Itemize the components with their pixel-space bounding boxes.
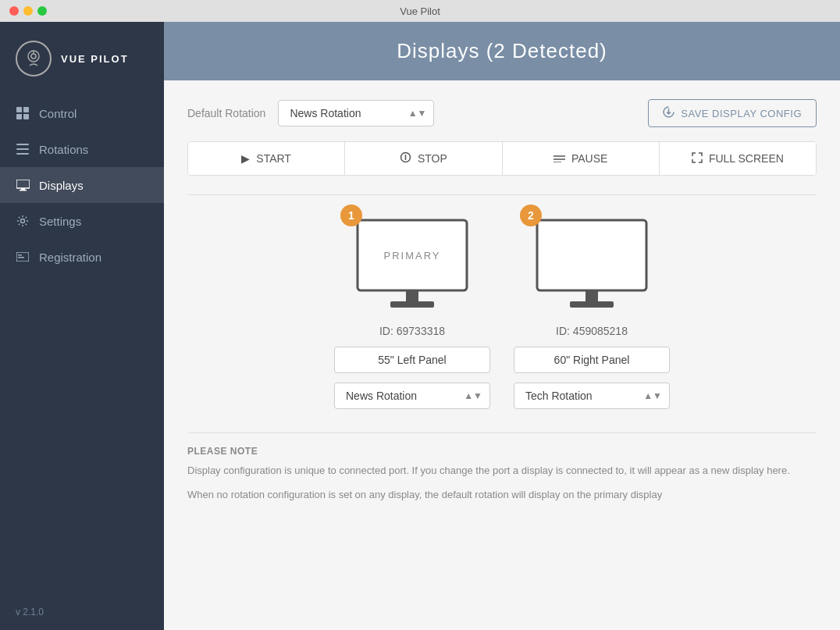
action-buttons: ▶ START STOP xyxy=(187,141,817,176)
start-button[interactable]: ▶ START xyxy=(188,142,345,175)
display-id-1: ID: 69733318 xyxy=(379,325,445,337)
display-rotation-select-wrapper-1: News Rotation Tech Rotation Sports Rotat… xyxy=(334,383,490,409)
start-icon: ▶ xyxy=(241,152,250,165)
main-content: Displays (2 Detected) Default Rotation N… xyxy=(164,22,840,630)
display-card-2: 2 ID: 459085218 News Rotation Tech Rotat… xyxy=(514,214,670,409)
svg-rect-7 xyxy=(16,144,29,145)
fullscreen-button[interactable]: FULL SCREEN xyxy=(660,142,816,175)
svg-point-1 xyxy=(31,54,36,59)
svg-rect-3 xyxy=(16,107,22,112)
display-name-input-2[interactable] xyxy=(514,347,670,373)
stop-label: STOP xyxy=(418,152,447,165)
display-card-1: 1 PRIMARY ID: 69733318 xyxy=(334,214,490,409)
monitor-svg-1: PRIMARY xyxy=(350,214,475,315)
svg-rect-5 xyxy=(16,114,22,119)
svg-rect-9 xyxy=(16,153,29,155)
sidebar-item-registration[interactable]: Registration xyxy=(0,239,164,275)
display-id-2: ID: 459085218 xyxy=(556,325,628,337)
fullscreen-label: FULL SCREEN xyxy=(709,152,784,165)
sidebar-item-label: Control xyxy=(39,107,77,120)
default-rotation-select[interactable]: News Rotation Tech Rotation Sports Rotat… xyxy=(278,100,434,126)
sidebar-item-displays[interactable]: Displays xyxy=(0,167,164,203)
display-badge-1: 1 xyxy=(340,205,362,226)
svg-rect-12 xyxy=(20,190,27,191)
divider xyxy=(187,194,817,195)
svg-rect-8 xyxy=(16,148,29,150)
start-label: START xyxy=(256,152,291,165)
svg-rect-6 xyxy=(23,114,29,119)
monitor-svg-2 xyxy=(529,214,654,315)
svg-rect-29 xyxy=(570,301,614,308)
svg-text:PRIMARY: PRIMARY xyxy=(384,250,441,262)
fullscreen-icon xyxy=(692,152,703,166)
monitor-icon xyxy=(16,178,30,192)
svg-rect-25 xyxy=(406,290,418,301)
svg-point-13 xyxy=(21,219,25,223)
display-rotation-select-wrapper-2: News Rotation Tech Rotation Sports Rotat… xyxy=(514,383,670,409)
logo-icon xyxy=(16,41,52,77)
monitor-wrapper-1: 1 PRIMARY xyxy=(350,214,475,315)
save-button-label: SAVE DISPLAY CONFIG xyxy=(681,108,802,119)
displays-row: 1 PRIMARY ID: 69733318 xyxy=(187,214,817,409)
logo-text: VUE PILOT xyxy=(61,53,129,65)
close-button[interactable] xyxy=(9,6,19,16)
display-rotation-select-2[interactable]: News Rotation Tech Rotation Sports Rotat… xyxy=(514,383,670,409)
display-badge-2: 2 xyxy=(520,205,542,226)
page-title: Displays (2 Detected) xyxy=(187,39,817,63)
monitor-wrapper-2: 2 xyxy=(529,214,654,315)
window-controls[interactable] xyxy=(9,6,47,16)
save-display-config-button[interactable]: SAVE DISPLAY CONFIG xyxy=(648,99,817,127)
svg-rect-16 xyxy=(18,257,24,258)
maximize-button[interactable] xyxy=(37,6,47,16)
svg-rect-11 xyxy=(21,188,25,190)
pause-icon xyxy=(553,152,565,165)
sidebar-item-rotations[interactable]: Rotations xyxy=(0,131,164,167)
note-section: PLEASE NOTE Display configuration is uni… xyxy=(187,432,817,504)
sidebar-item-control[interactable]: Control xyxy=(0,95,164,131)
main-body: Default Rotation News Rotation Tech Rota… xyxy=(164,80,840,630)
note-line-2: When no rotation configuration is set on… xyxy=(187,487,817,504)
pause-button[interactable]: PAUSE xyxy=(503,142,660,175)
svg-rect-27 xyxy=(537,220,646,290)
note-line-1: Display configuration is unique to conne… xyxy=(187,463,817,479)
sidebar-item-settings[interactable]: Settings xyxy=(0,203,164,239)
version-label: v 2.1.0 xyxy=(0,594,164,630)
display-rotation-select-1[interactable]: News Rotation Tech Rotation Sports Rotat… xyxy=(334,383,490,409)
stop-icon xyxy=(400,151,411,166)
svg-rect-28 xyxy=(586,290,598,301)
grid-icon xyxy=(16,106,30,120)
sidebar-item-label: Rotations xyxy=(39,143,88,156)
display-name-input-1[interactable] xyxy=(334,347,490,373)
svg-rect-15 xyxy=(18,254,22,256)
list-icon xyxy=(16,142,30,156)
minimize-button[interactable] xyxy=(23,6,33,16)
svg-rect-26 xyxy=(390,301,434,308)
save-icon xyxy=(663,106,674,120)
settings-icon xyxy=(16,214,30,228)
sidebar-logo: VUE PILOT xyxy=(0,22,164,95)
svg-rect-10 xyxy=(16,180,30,188)
card-icon xyxy=(16,250,30,264)
controls-row: Default Rotation News Rotation Tech Rota… xyxy=(187,99,817,127)
sidebar-item-label: Settings xyxy=(39,215,81,228)
stop-button[interactable]: STOP xyxy=(345,142,502,175)
main-header: Displays (2 Detected) xyxy=(164,22,840,80)
default-rotation-label: Default Rotation xyxy=(187,107,265,119)
sidebar: VUE PILOT Control xyxy=(0,22,164,630)
note-title: PLEASE NOTE xyxy=(187,446,817,457)
sidebar-item-label: Displays xyxy=(39,179,84,192)
default-rotation-select-wrapper: News Rotation Tech Rotation Sports Rotat… xyxy=(278,100,434,126)
sidebar-nav: Control Rotations xyxy=(0,95,164,594)
sidebar-item-label: Registration xyxy=(39,251,101,264)
window-title: Vue Pilot xyxy=(400,5,440,17)
svg-rect-4 xyxy=(23,107,29,112)
title-bar: Vue Pilot xyxy=(0,0,840,22)
pause-label: PAUSE xyxy=(571,152,607,165)
